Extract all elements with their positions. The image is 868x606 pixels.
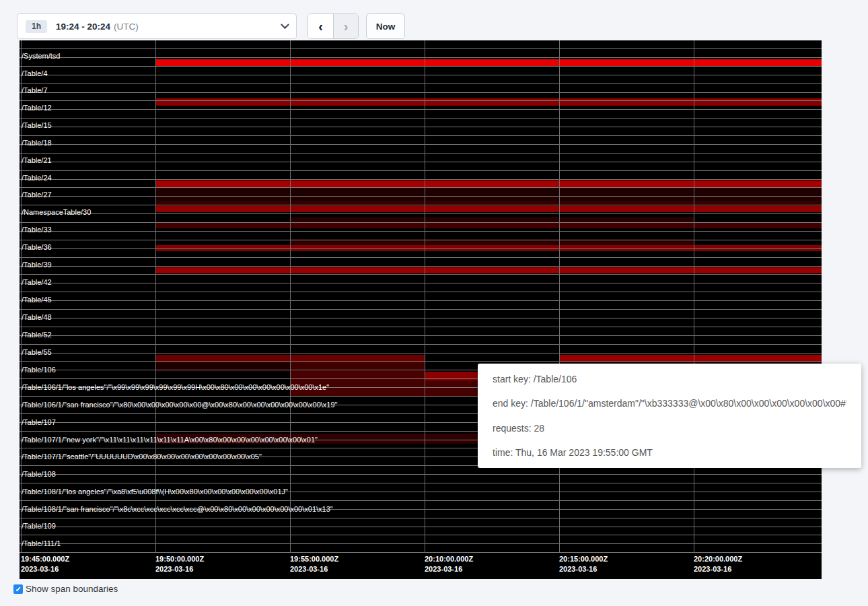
heat-band [155,267,822,273]
grid-line-horizontal [20,257,822,258]
grid-line-horizontal [20,187,822,188]
grid-line-horizontal [20,118,822,119]
row-label: /Table/106/1/"los angeles"/"\x99\x99\x99… [22,383,329,391]
grid-line-horizontal [20,75,822,75]
time-range-label: 19:24 - 20:24 [56,22,110,32]
row-label: /Table/18 [22,139,52,147]
row-label: /Table/4 [22,69,48,77]
grid-line-horizontal [20,83,822,84]
grid-line-horizontal [20,48,822,49]
axis-date-label: 2023-03-16 [559,565,597,574]
grid-line-horizontal [20,292,822,292]
grid-line-vertical [155,40,156,552]
heat-band [155,187,822,201]
toolbar: 1h 19:24 - 20:24 (UTC) ‹ › Now [0,0,868,40]
row-label: /Table/15 [22,121,52,129]
grid-line-horizontal [20,100,822,101]
grid-line-horizontal [20,543,822,544]
grid-line-horizontal [20,266,822,267]
row-label: /Table/45 [22,296,52,304]
grid-line-horizontal [20,213,822,214]
grid-line-horizontal [20,92,822,93]
time-nav-group: ‹ › [308,13,359,39]
row-label: /Table/106/1/"san francisco"/"\x80\x00\x… [22,401,338,409]
row-label: /Table/48 [22,313,52,321]
row-label: /Table/109 [22,522,56,530]
grid-line-horizontal [20,527,822,527]
row-label: /Table/108 [22,470,56,478]
row-label: /Table/27 [22,191,52,199]
grid-line-horizontal [20,552,822,553]
row-label: /Table/55 [22,348,52,356]
duration-badge: 1h [26,20,47,33]
axis-time-label: 19:55:00.000Z [290,555,338,564]
heat-band [290,217,694,222]
heat-band [155,222,822,228]
axis-date-label: 2023-03-16 [290,565,328,574]
grid-line-horizontal [20,500,822,501]
grid-line-horizontal [20,535,822,535]
grid-line-horizontal [20,162,822,162]
grid-line-horizontal [20,283,822,283]
grid-line-horizontal [20,483,822,483]
grid-line-horizontal [20,153,822,154]
footer: ✓ Show span boundaries [13,584,118,594]
cell-tooltip: start key: /Table/106 end key: /Table/10… [478,364,861,468]
grid-line-horizontal [20,222,822,223]
grid-line-horizontal [20,335,822,336]
grid-line-horizontal [20,309,822,310]
grid-line-horizontal [20,344,822,345]
show-span-boundaries-checkbox[interactable]: ✓ [13,584,23,594]
grid-line-horizontal [20,300,822,301]
grid-line-horizontal [20,196,822,197]
tooltip-requests: requests: 28 [493,422,846,435]
grid-line-vertical [694,40,694,552]
row-label: /Table/106 [22,366,56,374]
axis-date-label: 2023-03-16 [425,565,462,574]
grid-line-horizontal [20,231,822,232]
grid-line-horizontal [20,144,822,145]
grid-line-horizontal [20,353,822,354]
row-label: /Table/107 [22,418,56,426]
grid-line-horizontal [20,109,822,110]
row-label: /Table/21 [22,156,52,164]
key-visualizer-page: { "toolbar": { "duration_badge": "1h", "… [0,0,868,606]
row-label: /Table/42 [22,278,52,286]
row-label: /System/tsd [22,52,60,60]
row-label: /NamespaceTable/30 [22,208,91,216]
row-label: /Table/36 [22,243,52,251]
axis-time-label: 20:20:00.000Z [694,555,742,564]
grid-line-horizontal [20,179,822,180]
grid-line-horizontal [20,57,822,58]
grid-line-horizontal [20,205,822,205]
grid-line-horizontal [20,318,822,318]
row-label: /Table/24 [22,174,52,182]
row-label: /Table/107/1/"seattle"/"UUUUUUD\x00\x80\… [22,452,262,461]
now-button[interactable]: Now [366,13,405,39]
time-range-dropdown[interactable]: 1h 19:24 - 20:24 (UTC) [17,13,297,39]
timezone-label: (UTC) [114,22,139,32]
grid-line-horizontal [20,248,822,249]
tooltip-end-key: end key: /Table/106/1/"amsterdam"/"\xb33… [493,397,846,410]
heat-band [155,180,822,187]
grid-line-horizontal [20,274,822,275]
row-label: /Table/7 [22,86,48,94]
key-visualizer-canvas[interactable]: /System/tsd/Table/4/Table/7/Table/12/Tab… [20,40,822,579]
row-label: /Table/108/1/"los angeles"/"\xa8\xf5\u00… [22,487,288,496]
axis-date-label: 2023-03-16 [21,565,59,574]
row-label: /Table/111/1 [22,539,61,547]
grid-line-horizontal [20,170,822,171]
axis-time-label: 20:10:00.000Z [425,555,473,564]
row-label: /Table/39 [22,261,52,269]
previous-interval-button[interactable]: ‹ [308,14,333,38]
grid-line-vertical [425,40,425,552]
axis-date-label: 2023-03-16 [694,565,731,574]
show-span-boundaries-label[interactable]: Show span boundaries [26,584,118,594]
axis-time-label: 19:50:00.000Z [155,555,204,564]
grid-line-horizontal [20,474,822,475]
next-interval-button[interactable]: › [333,14,358,38]
grid-line-horizontal [20,127,822,127]
axis-date-label: 2023-03-16 [155,565,193,574]
grid-line-horizontal [20,66,822,67]
tooltip-start-key: start key: /Table/106 [493,372,846,386]
